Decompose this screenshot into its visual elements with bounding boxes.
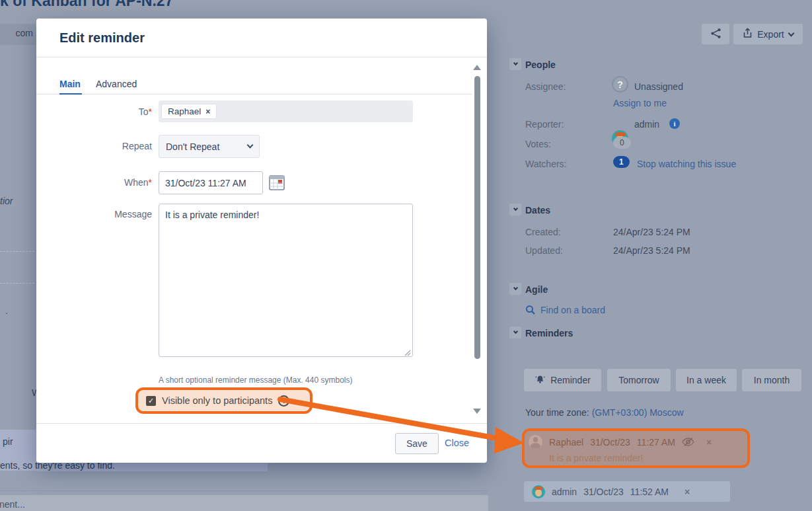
delete-reminder-icon[interactable]: ×: [684, 487, 690, 497]
comment-input[interactable]: nent...: [0, 494, 489, 511]
chevron-down-icon: [788, 30, 794, 36]
close-link[interactable]: Close: [445, 438, 469, 448]
timezone-link[interactable]: (GMT+03:00) Moscow: [592, 407, 684, 418]
to-field[interactable]: Raphael ×: [159, 100, 413, 122]
when-label: When*: [86, 177, 152, 188]
assign-to-me-link[interactable]: Assign to me: [613, 98, 667, 108]
visibility-label: Visible only to participants: [162, 395, 272, 406]
watchers-label: Watchers:: [525, 159, 567, 169]
divider: [36, 94, 472, 95]
reminder-entry-name: admin: [552, 487, 577, 497]
repeat-label: Repeat: [86, 141, 152, 151]
resize-handle[interactable]: [404, 348, 411, 358]
updated-label: Updated:: [525, 245, 563, 256]
collapse-dates-button[interactable]: [509, 204, 521, 216]
share-button[interactable]: [702, 24, 729, 44]
background-fragment: .: [5, 305, 8, 316]
add-reminder-label: Reminder: [550, 375, 591, 385]
agile-section-title: Agile: [525, 284, 548, 295]
help-icon[interactable]: ?: [278, 395, 289, 407]
divider: [36, 423, 487, 424]
repeat-select[interactable]: Don't Repeat: [159, 135, 260, 158]
recipient-chip: Raphael ×: [161, 104, 217, 119]
reminder-annotation: [522, 428, 750, 468]
reminder-in-a-week-button[interactable]: In a week: [676, 369, 737, 391]
collapse-reminders-button[interactable]: [509, 327, 521, 338]
save-button[interactable]: Save: [395, 433, 439, 454]
to-label: To*: [86, 106, 152, 117]
active-tab-indicator: [59, 93, 82, 95]
info-icon[interactable]: i: [669, 118, 680, 129]
calendar-picker-button[interactable]: [268, 174, 285, 193]
reminder-entry: admin 31/Oct/23 11:52 AM ×: [524, 481, 730, 502]
edit-reminder-dialog: Edit reminder Main Advanced To* Raphael …: [36, 19, 487, 463]
stop-watching-link[interactable]: Stop watching this issue: [637, 159, 736, 169]
jira-issue-page: k of Kanban for AP-N.27 com tior . W pir…: [0, 0, 812, 511]
watchers-badge: 1: [613, 156, 630, 168]
add-reminder-button[interactable]: Reminder: [524, 369, 601, 391]
divider: [0, 283, 34, 284]
remove-recipient-icon[interactable]: ×: [205, 107, 210, 116]
reminder-tomorrow-button[interactable]: Tomorrow: [607, 369, 671, 391]
reporter-label: Reporter:: [525, 119, 564, 130]
share-icon: [710, 28, 721, 41]
message-label: Message: [86, 209, 152, 219]
tab-advanced[interactable]: Advanced: [96, 79, 137, 89]
collapse-agile-button[interactable]: [509, 283, 521, 295]
visibility-checkbox[interactable]: ✓: [146, 396, 156, 406]
background-fragment: tior: [0, 196, 13, 206]
divider: [0, 491, 489, 491]
background-tab-fragment[interactable]: com: [0, 24, 38, 45]
export-icon: [743, 28, 753, 40]
votes-badge: 0: [613, 137, 631, 149]
reminder-entry-time: 11:52 AM: [630, 487, 669, 497]
reminder-in-month-button[interactable]: In month: [742, 369, 801, 391]
created-label: Created:: [525, 227, 561, 237]
export-button[interactable]: Export: [733, 24, 803, 44]
timezone-text: Your time zone: (GMT+03:00) Moscow: [525, 407, 684, 418]
created-value: 24/Apr/23 5:24 PM: [613, 227, 690, 237]
page-title: k of Kanban for AP-N.27: [0, 0, 173, 10]
reminders-section-title: Reminders: [525, 328, 573, 338]
reminder-entry-date: 31/Oct/23: [583, 487, 624, 497]
updated-value: 24/Apr/23 5:24 PM: [613, 245, 690, 256]
message-textarea[interactable]: It is a private reminder!: [159, 204, 413, 357]
scroll-down-button[interactable]: [473, 409, 481, 414]
message-help-text: A short optional reminder message (Max. …: [159, 375, 352, 385]
assignee-label: Assignee:: [525, 81, 566, 92]
find-on-board-link[interactable]: Find on a board: [540, 305, 605, 315]
tab-main[interactable]: Main: [59, 79, 81, 89]
admin-avatar: [532, 485, 545, 498]
background-fragment: pir: [3, 436, 13, 447]
bell-icon: [535, 374, 546, 387]
people-section-title: People: [525, 59, 556, 70]
scroll-up-button[interactable]: [473, 65, 481, 70]
scrollbar-thumb[interactable]: [474, 76, 480, 359]
divider: [36, 57, 487, 58]
collapse-people-button[interactable]: [509, 58, 521, 70]
dates-section-title: Dates: [525, 205, 550, 216]
when-input[interactable]: 31/Oct/23 11:27 AM: [159, 171, 263, 194]
unassigned-avatar: ?: [612, 76, 628, 93]
visibility-annotation: ✓ Visible only to participants ?: [135, 387, 313, 414]
search-icon: [525, 305, 536, 317]
dialog-title: Edit reminder: [59, 30, 145, 46]
reporter-value: admin: [634, 119, 659, 130]
chevron-down-icon: [247, 142, 254, 149]
assignee-value: Unassigned: [634, 81, 683, 92]
divider: [0, 251, 34, 252]
export-label: Export: [757, 29, 784, 40]
votes-label: Votes:: [525, 139, 551, 149]
